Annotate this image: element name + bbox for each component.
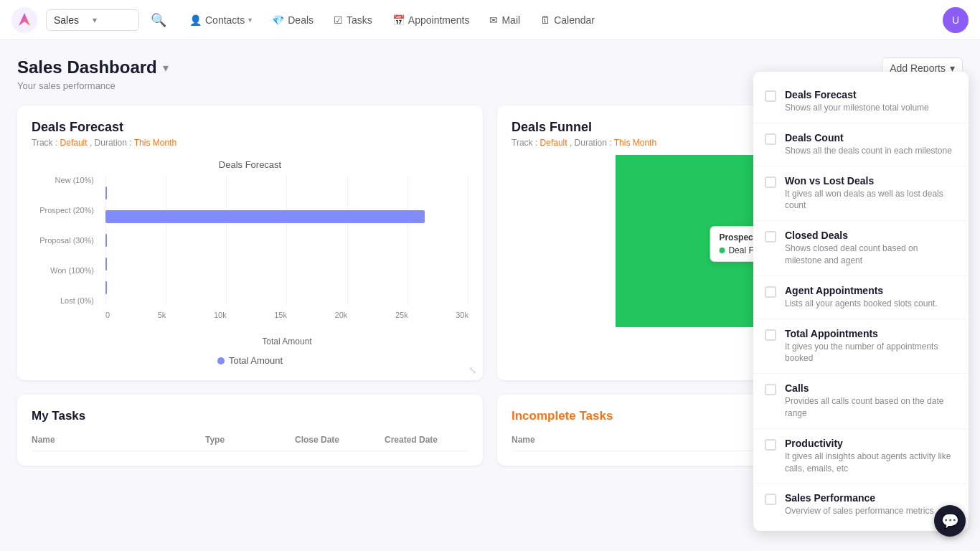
panel-item-title-calls: Calls xyxy=(785,382,957,394)
my-tasks-title: My Tasks xyxy=(32,409,468,423)
search-icon[interactable]: 🔍 xyxy=(151,12,166,28)
panel-item-title-deals-count: Deals Count xyxy=(785,132,952,143)
deals-forecast-track: Track : Default , Duration : This Month xyxy=(32,138,176,148)
panel-checkbox-agent-appointments[interactable] xyxy=(765,286,776,298)
panel-item-content-total-appointments: Total Appointments It gives you the numb… xyxy=(785,328,957,365)
panel-checkbox-deals-forecast[interactable] xyxy=(765,90,776,102)
workspace-selector[interactable]: Sales ▾ xyxy=(46,9,139,31)
my-tasks-header: Name Type Close Date Created Date xyxy=(32,435,468,451)
bar-row-prospect xyxy=(105,209,468,225)
panel-checkbox-calls[interactable] xyxy=(765,384,776,395)
panel-item-title-agent-appointments: Agent Appointments xyxy=(785,285,938,296)
panel-item-deals-forecast[interactable]: Deals Forecast Shows all your milestone … xyxy=(753,80,969,123)
deals-forecast-chart-area: Deals Forecast New (10%) Prospect (20%) … xyxy=(32,159,468,366)
nav-appointments-label: Appointments xyxy=(408,14,470,26)
app-logo[interactable] xyxy=(11,7,37,33)
page-title: Sales Dashboard xyxy=(17,57,157,77)
bar-row-proposal xyxy=(105,232,468,248)
panel-item-desc-deals-count: Shows all the deals count in each milest… xyxy=(785,145,952,157)
panel-item-content-deals-forecast: Deals Forecast Shows all your milestone … xyxy=(785,89,929,114)
panel-checkbox-deals-count[interactable] xyxy=(765,133,776,145)
deals-funnel-track: Track : Default , Duration : This Month xyxy=(512,138,656,148)
panel-item-title-productivity: Productivity xyxy=(785,438,957,449)
chart-legend: Total Amount xyxy=(32,355,468,366)
x-label-5k: 5k xyxy=(158,311,166,319)
calendar-icon: 🗓 xyxy=(540,14,550,26)
panel-checkbox-won-vs-lost[interactable] xyxy=(765,176,776,188)
panel-item-content-agent-appointments: Agent Appointments Lists all your agents… xyxy=(785,285,938,310)
deals-forecast-title: Deals Forecast xyxy=(32,120,468,135)
nav-appointments[interactable]: 📅 Appointments xyxy=(384,10,479,30)
panel-item-title-won-vs-lost: Won vs Lost Deals xyxy=(785,175,957,187)
deals-forecast-subtitle: Track : Default , Duration : This Month xyxy=(32,138,468,148)
bar-row-won xyxy=(105,256,468,272)
my-tasks-col-name: Name xyxy=(32,435,199,445)
panel-item-desc-productivity: It gives all insights about agents activ… xyxy=(785,451,957,475)
panel-item-title-deals-forecast: Deals Forecast xyxy=(785,89,929,100)
panel-checkbox-closed-deals[interactable] xyxy=(765,231,776,242)
panel-item-content-deals-count: Deals Count Shows all the deals count in… xyxy=(785,132,952,157)
panel-item-content-won-vs-lost: Won vs Lost Deals It gives all won deals… xyxy=(785,175,957,212)
my-tasks-col-type: Type xyxy=(205,435,289,445)
nav-tasks[interactable]: ☑ Tasks xyxy=(325,10,381,30)
contacts-chevron: ▾ xyxy=(248,16,252,24)
nav-mail-label: Mail xyxy=(501,14,520,26)
legend-label: Total Amount xyxy=(229,355,283,366)
panel-item-desc-total-appointments: It gives you the number of appointments … xyxy=(785,341,957,365)
y-label-new: New (10%) xyxy=(32,176,100,184)
x-axis-title: Total Amount xyxy=(105,336,468,347)
deals-icon: 💎 xyxy=(272,14,284,26)
my-tasks-col-created: Created Date xyxy=(385,435,468,445)
panel-item-calls[interactable]: Calls Provides all calls count based on … xyxy=(753,374,969,429)
nav-contacts-label: Contacts xyxy=(205,14,245,26)
panel-checkbox-productivity[interactable] xyxy=(765,439,776,451)
x-label-25k: 25k xyxy=(395,311,408,319)
panel-item-closed-deals[interactable]: Closed Deals Shows closed deal count bas… xyxy=(753,221,969,276)
panel-item-content-productivity: Productivity It gives all insights about… xyxy=(785,438,957,475)
page-title-chevron[interactable]: ▾ xyxy=(163,61,169,75)
nav-contacts[interactable]: 👤 Contacts ▾ xyxy=(181,10,260,30)
nav-calendar[interactable]: 🗓 Calendar xyxy=(532,10,603,30)
reports-panel: Deals Forecast Shows all your milestone … xyxy=(753,72,969,480)
y-label-won: Won (100%) xyxy=(32,266,100,275)
deals-forecast-card: Deals Forecast Track : Default , Duratio… xyxy=(17,105,483,380)
nav-deals[interactable]: 💎 Deals xyxy=(263,10,322,30)
panel-item-total-appointments[interactable]: Total Appointments It gives you the numb… xyxy=(753,319,969,375)
mail-icon: ✉ xyxy=(489,14,498,26)
x-label-30k: 30k xyxy=(456,311,468,319)
x-label-15k: 15k xyxy=(274,311,287,319)
panel-item-desc-won-vs-lost: It gives all won deals as well as lost d… xyxy=(785,188,957,212)
panel-item-desc-deals-forecast: Shows all your milestone total volume xyxy=(785,102,929,114)
x-axis: 0 5k 10k 15k 20k 25k 30k xyxy=(105,308,468,334)
panel-item-content-calls: Calls Provides all calls count based on … xyxy=(785,382,957,420)
bar-proposal xyxy=(105,234,107,247)
panel-item-won-vs-lost[interactable]: Won vs Lost Deals It gives all won deals… xyxy=(753,166,969,222)
my-tasks-card: My Tasks Name Type Close Date Created Da… xyxy=(17,395,483,466)
bar-new xyxy=(105,187,107,199)
panel-item-productivity[interactable]: Productivity It gives all insights about… xyxy=(753,429,969,480)
nav-deals-label: Deals xyxy=(288,14,314,26)
user-avatar[interactable]: U xyxy=(943,7,969,33)
panel-item-deals-count[interactable]: Deals Count Shows all the deals count in… xyxy=(753,123,969,166)
panel-checkbox-total-appointments[interactable] xyxy=(765,329,776,341)
funnel-tooltip-dot xyxy=(719,248,725,253)
y-label-prospect: Prospect (20%) xyxy=(32,206,100,215)
bar-row-lost xyxy=(105,280,468,296)
panel-item-desc-closed-deals: Shows closed deal count based on milesto… xyxy=(785,242,957,267)
bar-chart-title: Deals Forecast xyxy=(32,159,468,170)
bar-row-new xyxy=(105,185,468,201)
x-label-10k: 10k xyxy=(214,311,227,319)
navbar: Sales ▾ 🔍 👤 Contacts ▾ 💎 Deals ☑ Tasks 📅… xyxy=(0,0,980,40)
panel-item-content-closed-deals: Closed Deals Shows closed deal count bas… xyxy=(785,230,957,267)
nav-mail[interactable]: ✉ Mail xyxy=(481,10,529,30)
x-label-0: 0 xyxy=(105,311,110,319)
panel-item-desc-calls: Provides all calls count based on the da… xyxy=(785,395,957,420)
panel-item-agent-appointments[interactable]: Agent Appointments Lists all your agents… xyxy=(753,276,969,319)
my-tasks-col-close: Close Date xyxy=(295,435,379,445)
y-label-lost: Lost (0%) xyxy=(32,296,100,305)
contacts-icon: 👤 xyxy=(189,14,202,26)
panel-item-title-total-appointments: Total Appointments xyxy=(785,328,957,339)
resize-handle[interactable]: ⤡ xyxy=(468,364,477,376)
nav-items: 👤 Contacts ▾ 💎 Deals ☑ Tasks 📅 Appointme… xyxy=(181,10,943,30)
bars-container xyxy=(105,176,468,305)
